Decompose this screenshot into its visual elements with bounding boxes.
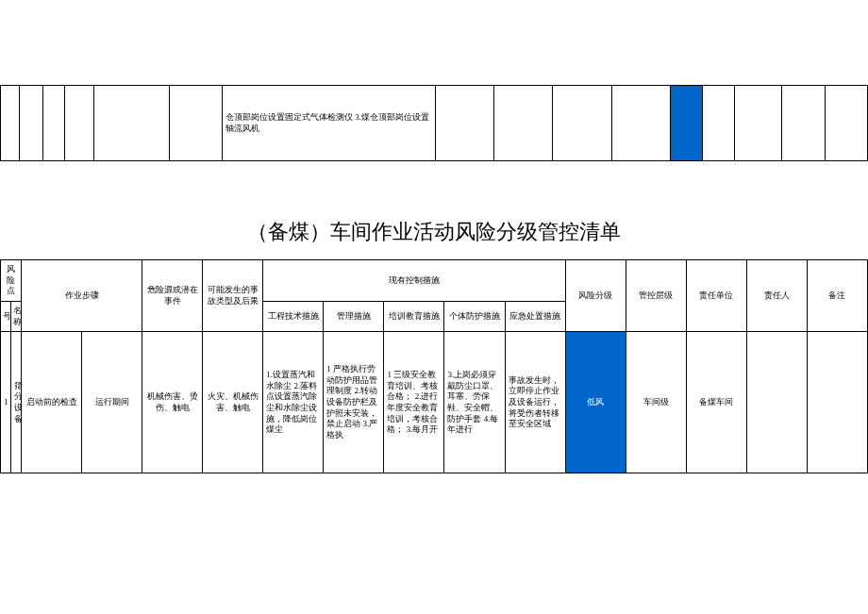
cell-ppe: 3.上岗必须穿戴防尘口罩、耳塞、劳保鞋、安全帽、防护手套 4.每年进行 [444, 332, 505, 473]
frag-c10 [553, 86, 611, 161]
hdr-risk-point: 风险点 [1, 260, 22, 302]
hdr-name: 名称 [11, 302, 22, 332]
cell-name: 筛分设备 [11, 332, 22, 473]
frag-c14 [734, 86, 782, 161]
main-table: 风险点 作业步骤 危险源或潜在事件 可能发生的事故类型及后果 现有控制措施 风险… [0, 259, 868, 473]
hdr-remark: 备注 [807, 260, 867, 332]
frag-risklevel [670, 86, 702, 161]
frag-c13 [702, 86, 734, 161]
hdr-accident: 可能发生的事故类型及后果 [203, 260, 263, 332]
hdr-resp-unit: 责任单位 [686, 260, 746, 332]
hdr-hazard: 危险源或潜在事件 [142, 260, 203, 332]
frag-c15 [782, 86, 825, 161]
cell-ctrl-level: 车间级 [626, 332, 686, 473]
hdr-step: 作业步骤 [22, 260, 142, 332]
frag-c2 [20, 86, 43, 161]
hdr-ppe: 个体防护措施 [444, 302, 505, 332]
cell-remark [807, 332, 867, 473]
hdr-training: 培训教育措施 [384, 302, 444, 332]
cell-no: 1 [1, 332, 11, 473]
hdr-controls: 现有控制措施 [263, 260, 565, 302]
cell-hazard: 机械伤害、烫伤、触电 [142, 332, 203, 473]
cell-accident: 火灾、机械伤害、触电 [203, 332, 263, 473]
hdr-ctrl-level: 管控层级 [626, 260, 686, 332]
cell-management: 1 严格执行劳动防护用品管理制度 2.转动设备防护栏及护照未安装，禁止启动 3.… [324, 332, 384, 473]
cell-step2: 运行期间 [82, 332, 142, 473]
frag-c1 [1, 86, 20, 161]
hdr-management: 管理措施 [324, 302, 384, 332]
top-fragment-table: 仓顶部岗位设置固定式气体检测仪 3.煤仓顶部岗位设置轴流风机 [0, 85, 868, 161]
cell-engineering: 1.设置蒸汽和水除尘 2.落料点设置蒸汽除尘和水除尘设施，降低岗位煤尘 [263, 332, 324, 473]
cell-emergency: 事故发生时，立即停止作业及设备运行，将受伤者转移至安全区域 [505, 332, 565, 473]
cell-risk-level: 低风 [565, 332, 626, 473]
hdr-no: 号 [1, 302, 11, 332]
page-title: （备煤）车间作业活动风险分级管控清单 [0, 218, 868, 246]
hdr-engineering: 工程技术措施 [263, 302, 324, 332]
hdr-resp-person: 责任人 [746, 260, 807, 332]
hdr-risk-level: 风险分级 [565, 260, 626, 332]
hdr-emergency: 应急处置措施 [505, 302, 565, 332]
frag-c5 [94, 86, 169, 161]
table-row: 1 筛分设备 启动前的检查 运行期间 机械伤害、烫伤、触电 火灾、机械伤害、触电… [1, 332, 868, 473]
frag-c3 [43, 86, 65, 161]
frag-c8 [436, 86, 494, 161]
frag-content: 仓顶部岗位设置固定式气体检测仪 3.煤仓顶部岗位设置轴流风机 [223, 86, 436, 161]
frag-c11 [611, 86, 670, 161]
frag-c4 [64, 86, 94, 161]
cell-training: 1 三级安全教育培训、考核合格； 2.进行年度安全教育培训，考核合格； 3.每月… [384, 332, 444, 473]
cell-resp-person [746, 332, 807, 473]
frag-c9 [494, 86, 553, 161]
cell-resp-unit: 备煤车间 [686, 332, 746, 473]
cell-step1: 启动前的检查 [22, 332, 82, 473]
frag-c16 [825, 86, 867, 161]
frag-c6 [169, 86, 223, 161]
